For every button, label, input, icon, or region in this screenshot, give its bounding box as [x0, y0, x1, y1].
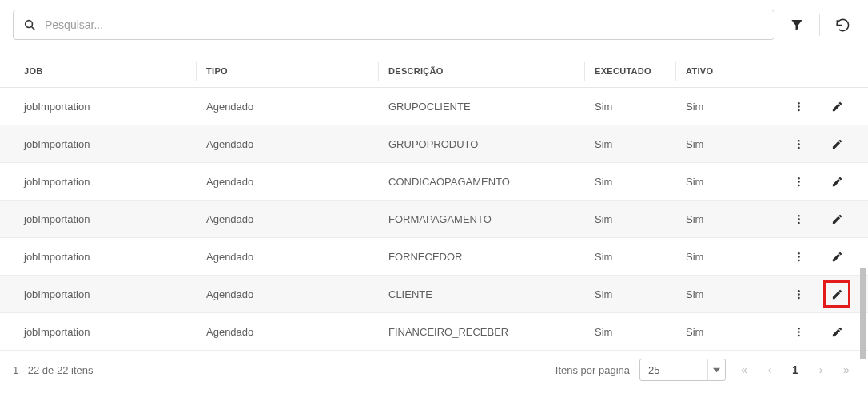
cell-tipo: Agendado [206, 288, 388, 300]
row-edit-button[interactable] [828, 248, 846, 265]
table-row: jobImportationAgendadoCLIENTESimSim [0, 276, 868, 313]
row-edit-button[interactable] [828, 210, 846, 228]
row-menu-button[interactable] [790, 210, 807, 228]
row-edit-button[interactable] [828, 97, 846, 115]
col-header-exec[interactable]: EXECUTADO [595, 66, 686, 76]
table-footer: 1 - 22 de 22 itens Itens por página 25 «… [0, 351, 868, 392]
svg-point-21 [798, 331, 800, 333]
svg-point-9 [798, 181, 800, 183]
search-input[interactable] [45, 18, 764, 31]
svg-point-15 [798, 256, 800, 258]
row-menu-button[interactable] [790, 97, 807, 115]
svg-point-17 [798, 289, 800, 292]
svg-point-20 [798, 327, 800, 329]
row-menu-button[interactable] [790, 285, 807, 303]
row-menu-button[interactable] [790, 248, 807, 265]
scrollbar-thumb[interactable] [860, 268, 866, 359]
pager: « ‹ 1 › » [735, 361, 855, 379]
cell-job: jobImportation [24, 288, 206, 300]
search-icon [23, 18, 37, 32]
pager-last[interactable]: » [838, 361, 855, 379]
page-size-label: Itens por página [555, 364, 630, 376]
col-header-desc[interactable]: DESCRIÇÃO [388, 66, 595, 76]
row-menu-button[interactable] [790, 135, 807, 153]
svg-point-14 [798, 252, 800, 254]
table-row: jobImportationAgendadoFORNECEDORSimSim [0, 238, 868, 276]
cell-tipo: Agendado [206, 251, 388, 263]
filter-icon [790, 18, 804, 32]
table-row: jobImportationAgendadoFINANCEIRO_RECEBER… [0, 313, 868, 351]
cell-desc: CONDICAOPAGAMENTO [388, 176, 595, 188]
row-menu-button[interactable] [790, 323, 807, 340]
row-edit-button[interactable] [828, 323, 846, 340]
refresh-button[interactable] [830, 12, 855, 38]
table-header: JOB TIPO DESCRIÇÃO EXECUTADO ATIVO [0, 54, 868, 88]
svg-point-3 [798, 105, 800, 108]
pager-current[interactable]: 1 [786, 361, 804, 379]
row-menu-button[interactable] [790, 173, 807, 190]
cell-ativo: Sim [686, 176, 761, 188]
svg-point-11 [798, 214, 800, 216]
vertical-scrollbar[interactable] [860, 96, 866, 359]
pager-prev[interactable]: ‹ [761, 361, 778, 379]
cell-ativo: Sim [686, 101, 761, 113]
cell-exec: Sim [595, 176, 686, 188]
svg-point-8 [798, 177, 800, 179]
svg-line-1 [31, 26, 34, 30]
row-edit-button[interactable] [828, 135, 846, 153]
svg-point-12 [798, 218, 800, 220]
col-header-job[interactable]: JOB [24, 66, 206, 76]
page-size-select[interactable]: 25 [639, 359, 726, 381]
svg-point-2 [798, 101, 800, 104]
row-edit-button[interactable] [828, 285, 846, 303]
svg-point-5 [798, 139, 800, 141]
cell-job: jobImportation [24, 176, 206, 188]
toolbar-divider [819, 14, 820, 36]
svg-point-10 [798, 184, 800, 186]
cell-job: jobImportation [24, 326, 206, 338]
cell-exec: Sim [595, 138, 686, 150]
col-header-ativo[interactable]: ATIVO [686, 66, 761, 76]
cell-job: jobImportation [24, 251, 206, 263]
svg-point-6 [798, 143, 800, 145]
table-row: jobImportationAgendadoCONDICAOPAGAMENTOS… [0, 163, 868, 201]
svg-point-4 [798, 109, 800, 111]
cell-desc: FORNECEDOR [388, 251, 595, 263]
cell-ativo: Sim [686, 213, 761, 225]
pager-next[interactable]: › [812, 361, 830, 379]
cell-exec: Sim [595, 101, 686, 113]
cell-exec: Sim [595, 326, 686, 338]
cell-desc: GRUPOPRODUTO [388, 138, 595, 150]
cell-exec: Sim [595, 251, 686, 263]
filter-button[interactable] [784, 12, 810, 38]
caret-down-icon [707, 359, 725, 380]
cell-tipo: Agendado [206, 138, 388, 150]
svg-point-13 [798, 221, 800, 224]
refresh-icon [835, 18, 850, 33]
table-row: jobImportationAgendadoGRUPOCLIENTESimSim [0, 88, 868, 125]
cell-exec: Sim [595, 213, 686, 225]
pager-first[interactable]: « [735, 361, 753, 379]
cell-tipo: Agendado [206, 176, 388, 188]
cell-desc: FINANCEIRO_RECEBER [388, 326, 595, 338]
row-edit-button[interactable] [828, 173, 846, 190]
svg-point-7 [798, 146, 800, 149]
job-table: JOB TIPO DESCRIÇÃO EXECUTADO ATIVO jobIm… [0, 54, 868, 351]
cell-job: jobImportation [24, 101, 206, 113]
cell-ativo: Sim [686, 251, 761, 263]
search-box[interactable] [13, 10, 774, 40]
cell-ativo: Sim [686, 326, 761, 338]
cell-tipo: Agendado [206, 101, 388, 113]
col-header-tipo[interactable]: TIPO [206, 66, 388, 76]
svg-point-0 [26, 20, 33, 27]
cell-ativo: Sim [686, 288, 761, 300]
toolbar [0, 10, 868, 40]
table-row: jobImportationAgendadoGRUPOPRODUTOSimSim [0, 125, 868, 163]
svg-point-19 [798, 296, 800, 299]
table-row: jobImportationAgendadoFORMAPAGAMENTOSimS… [0, 201, 868, 238]
cell-tipo: Agendado [206, 326, 388, 338]
cell-job: jobImportation [24, 138, 206, 150]
footer-summary: 1 - 22 de 22 itens [13, 364, 555, 376]
cell-ativo: Sim [686, 138, 761, 150]
cell-desc: FORMAPAGAMENTO [388, 213, 595, 225]
